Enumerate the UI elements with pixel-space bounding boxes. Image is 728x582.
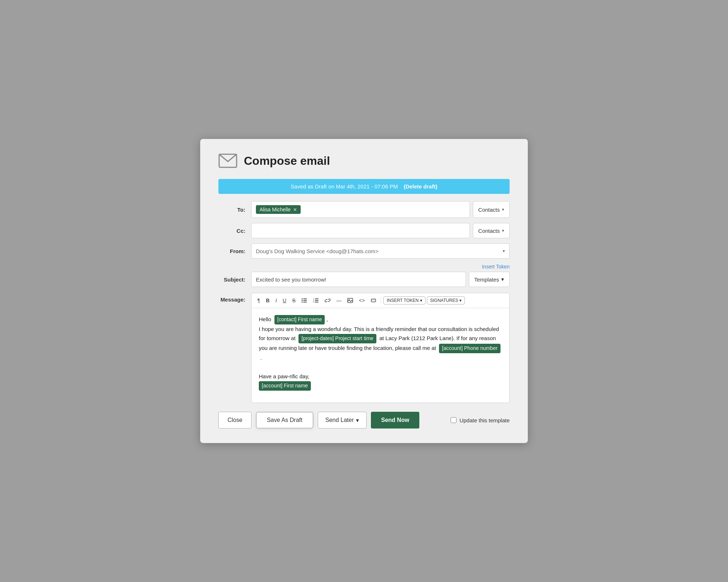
toolbar-italic[interactable]: I (273, 296, 279, 305)
templates-label: Templates (474, 276, 499, 283)
editor-toolbar: ¶ B I U S 1.2.3. — <> (252, 293, 509, 308)
toolbar-bold[interactable]: B (264, 296, 272, 305)
insert-token-row: Insert Token (218, 264, 510, 270)
update-template-label: Update this template (459, 417, 510, 423)
templates-dropdown[interactable]: Templates ▾ (469, 272, 510, 287)
send-later-button[interactable]: Send Later ▾ (318, 412, 367, 428)
templates-chevron: ▾ (501, 276, 504, 283)
toolbar-insert-token-btn[interactable]: INSERT TOKEN ▾ (383, 296, 425, 304)
message-label: Message: (218, 293, 251, 303)
token-project-dates: [project-dates] Project start time (298, 334, 376, 343)
insert-token-link[interactable]: Insert Token (482, 264, 510, 270)
close-button[interactable]: Close (218, 412, 252, 428)
toolbar-strikethrough[interactable]: S (290, 296, 298, 305)
page-title: Compose email (244, 154, 330, 168)
toolbar-url[interactable] (368, 296, 379, 305)
update-template-checkbox[interactable] (451, 417, 456, 423)
cc-row: Cc: Contacts ▾ (218, 223, 510, 238)
toolbar-image[interactable] (345, 296, 355, 304)
toolbar-code[interactable]: <> (357, 296, 367, 305)
send-later-label: Send Later (325, 417, 354, 423)
from-row: From: Doug's Dog Walking Service <doug@1… (218, 243, 510, 259)
recipient-name: Alisa Michelle (260, 207, 291, 212)
send-now-button[interactable]: Send Now (371, 412, 419, 428)
remove-recipient-button[interactable]: ✕ (293, 207, 297, 212)
cc-contacts-chevron: ▾ (502, 228, 504, 233)
hello-text: Hello (259, 316, 271, 322)
to-contacts-label: Contacts (478, 207, 500, 213)
svg-rect-8 (315, 299, 318, 299)
cc-input[interactable] (251, 223, 470, 238)
svg-rect-6 (303, 302, 307, 303)
footer-left-buttons: Close Save As Draft Send Later ▾ Send No… (218, 412, 419, 428)
draft-saved-text: Saved as Draft on Mar 4th, 2021 - 07:06 … (291, 183, 398, 190)
toolbar-underline[interactable]: U (281, 296, 289, 305)
footer-row: Close Save As Draft Send Later ▾ Send No… (218, 412, 510, 428)
svg-rect-15 (371, 299, 376, 302)
toolbar-paragraph[interactable]: ¶ (255, 296, 262, 305)
page-header: Compose email (218, 154, 510, 168)
svg-point-1 (302, 298, 303, 299)
toolbar-separator-1 (381, 297, 381, 304)
mail-icon (218, 154, 237, 168)
save-draft-button[interactable]: Save As Draft (256, 412, 313, 428)
closing-text: Have a paw-rific day, (259, 372, 502, 381)
svg-text:3.: 3. (313, 301, 314, 303)
delete-draft-link[interactable]: (Delete draft) (404, 183, 438, 190)
compose-email-modal: Compose email Saved as Draft on Mar 4th,… (200, 139, 528, 443)
recipient-tag: Alisa Michelle ✕ (256, 205, 301, 214)
to-label: To: (218, 207, 251, 213)
to-input[interactable]: Alisa Michelle ✕ (251, 201, 470, 218)
cc-contacts-dropdown[interactable]: Contacts ▾ (473, 223, 510, 238)
from-select[interactable]: Doug's Dog Walking Service <doug@17hats.… (251, 243, 510, 259)
from-value: Doug's Dog Walking Service <doug@17hats.… (256, 248, 379, 254)
from-chevron: ▾ (503, 248, 505, 254)
send-later-chevron: ▾ (356, 417, 359, 424)
footer-right: Update this template (451, 417, 510, 423)
token-contact-first-name: [contact] First name (274, 315, 325, 324)
subject-input[interactable] (251, 272, 466, 287)
draft-banner: Saved as Draft on Mar 4th, 2021 - 07:06 … (218, 179, 510, 194)
message-row: Message: ¶ B I U S 1.2.3. — (218, 293, 510, 403)
svg-rect-12 (315, 302, 318, 303)
subject-row: Subject: Templates ▾ (218, 272, 510, 287)
editor-body[interactable]: Hello [contact] First name , I hope you … (252, 308, 509, 403)
cc-field-wrap: Contacts ▾ (251, 223, 510, 238)
message-editor: ¶ B I U S 1.2.3. — <> (251, 293, 510, 403)
toolbar-link[interactable] (323, 296, 333, 305)
toolbar-bullet-list[interactable] (299, 296, 309, 304)
from-label: From: (218, 248, 251, 254)
to-field-wrap: Alisa Michelle ✕ Contacts ▾ (251, 201, 510, 218)
toolbar-signatures-btn[interactable]: SIGNATURES ▾ (427, 296, 465, 304)
toolbar-ordered-list[interactable]: 1.2.3. (311, 296, 321, 304)
update-template-wrap: Update this template (451, 417, 510, 423)
to-row: To: Alisa Michelle ✕ Contacts ▾ (218, 201, 510, 218)
cc-contacts-label: Contacts (478, 228, 500, 234)
to-contacts-chevron: ▾ (502, 207, 504, 212)
toolbar-hr[interactable]: — (334, 296, 344, 305)
svg-rect-10 (315, 300, 318, 301)
subject-label: Subject: (218, 276, 251, 283)
svg-point-3 (302, 300, 303, 301)
from-field-wrap: Doug's Dog Walking Service <doug@17hats.… (251, 243, 510, 259)
svg-rect-2 (303, 299, 307, 299)
token-account-first-name: [account] First name (259, 381, 311, 391)
svg-rect-4 (303, 300, 307, 301)
token-phone-number: [account] Phone number (439, 344, 500, 353)
to-contacts-dropdown[interactable]: Contacts ▾ (473, 201, 510, 218)
subject-field-wrap: Templates ▾ (251, 272, 510, 287)
cc-label: Cc: (218, 228, 251, 234)
svg-point-5 (302, 302, 303, 303)
